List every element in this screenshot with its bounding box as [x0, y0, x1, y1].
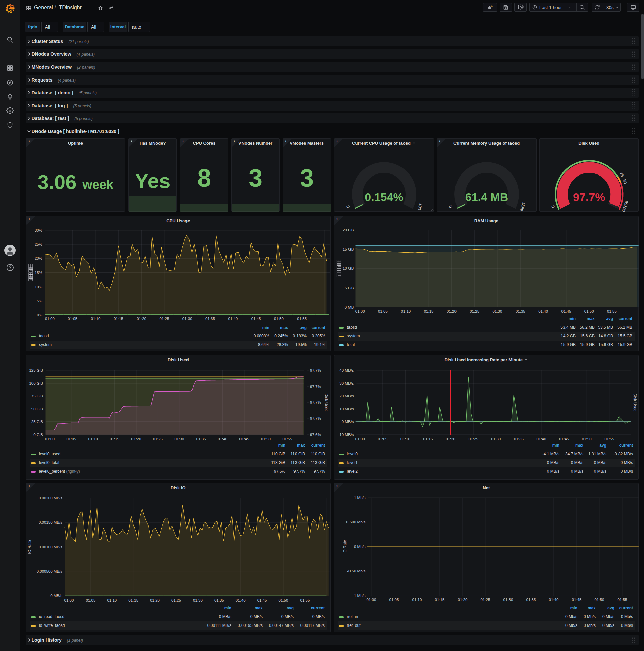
svg-text:01:05: 01:05 — [378, 309, 388, 313]
svg-text:01:55: 01:55 — [300, 598, 310, 602]
svg-text:97.7%: 97.7% — [310, 416, 321, 421]
svg-text:IO Rate: IO Rate — [28, 540, 32, 554]
svg-text:97.7%: 97.7% — [310, 368, 321, 372]
svg-text:25 GiB: 25 GiB — [31, 420, 43, 424]
svg-text:01:50: 01:50 — [261, 437, 271, 441]
svg-text:01:00: 01:00 — [45, 437, 55, 441]
svg-text:01:30: 01:30 — [174, 437, 184, 441]
svg-text:100: 100 — [416, 203, 423, 211]
svg-text:01:00: 01:00 — [366, 598, 376, 602]
svg-text:0.00100 MB/s: 0.00100 MB/s — [39, 545, 62, 549]
svg-text:01:40: 01:40 — [536, 437, 546, 441]
svg-text:0 GiB: 0 GiB — [33, 433, 43, 437]
svg-text:-10 MB/s: -10 MB/s — [338, 433, 354, 437]
svg-text:01:15: 01:15 — [424, 309, 433, 313]
svg-text:15%: 15% — [35, 271, 42, 275]
svg-text:01:45: 01:45 — [257, 598, 267, 602]
svg-text:01:50: 01:50 — [274, 317, 284, 321]
svg-text:0: 0 — [448, 205, 453, 208]
svg-text:01:30: 01:30 — [492, 309, 502, 313]
svg-text:1589: 1589 — [519, 202, 526, 212]
svg-text:01:55: 01:55 — [607, 309, 617, 313]
svg-text:0: 0 — [550, 205, 556, 208]
svg-text:10 MB/s: 10 MB/s — [340, 407, 354, 411]
svg-text:100: 100 — [620, 204, 627, 212]
svg-text:0.000500 MB/s: 0.000500 MB/s — [37, 569, 63, 574]
svg-text:5%: 5% — [37, 299, 42, 303]
svg-text:0.154%: 0.154% — [364, 191, 403, 204]
svg-text:01:00: 01:00 — [355, 309, 364, 313]
svg-text:0.00200 MB/s: 0.00200 MB/s — [39, 496, 62, 500]
svg-text:01:35: 01:35 — [214, 598, 224, 602]
svg-text:61.4 MB: 61.4 MB — [465, 191, 508, 204]
svg-text:01:35: 01:35 — [526, 598, 536, 602]
svg-text:01:40: 01:40 — [538, 309, 548, 313]
svg-text:01:00: 01:00 — [64, 598, 74, 602]
svg-text:30%: 30% — [35, 228, 42, 232]
svg-text:01:10: 01:10 — [88, 437, 98, 441]
svg-text:01:40: 01:40 — [549, 598, 558, 602]
svg-text:01:35: 01:35 — [515, 309, 525, 313]
svg-text:01:20: 01:20 — [446, 437, 455, 441]
svg-text:75: 75 — [618, 171, 624, 178]
svg-text:15 GB: 15 GB — [343, 247, 354, 251]
svg-text:01:25: 01:25 — [160, 317, 169, 321]
svg-text:IO Rate: IO Rate — [343, 539, 348, 554]
svg-text:01:55: 01:55 — [282, 437, 292, 441]
svg-text:0 MB/s: 0 MB/s — [50, 594, 62, 598]
svg-text:97.6%: 97.6% — [310, 433, 321, 437]
svg-text:Disk Used: Disk Used — [632, 393, 637, 412]
svg-text:01:50: 01:50 — [594, 598, 604, 602]
svg-text:01:15: 01:15 — [435, 598, 444, 602]
svg-text:75 GiB: 75 GiB — [31, 394, 43, 398]
svg-text:01:15: 01:15 — [423, 437, 433, 441]
svg-text:80: 80 — [621, 179, 627, 185]
svg-text:01:10: 01:10 — [401, 309, 411, 313]
svg-text:01:00: 01:00 — [355, 437, 364, 441]
svg-text:01:05: 01:05 — [68, 317, 77, 321]
svg-text:0 Mb/s: 0 Mb/s — [354, 545, 365, 549]
svg-text:01:55: 01:55 — [604, 437, 614, 441]
svg-text:01:15: 01:15 — [114, 317, 123, 321]
svg-text:01:25: 01:25 — [468, 437, 478, 441]
svg-text:01:20: 01:20 — [150, 598, 160, 602]
svg-text:01:30: 01:30 — [491, 437, 501, 441]
svg-text:40 MB/s: 40 MB/s — [340, 368, 354, 372]
svg-text:01:05: 01:05 — [389, 598, 399, 602]
svg-text:01:50: 01:50 — [584, 309, 594, 313]
svg-text:0: 0 — [346, 205, 351, 208]
svg-text:01:25: 01:25 — [470, 309, 479, 313]
svg-text:01:20: 01:20 — [457, 598, 467, 602]
svg-text:10%: 10% — [35, 285, 42, 289]
svg-text:01:10: 01:10 — [91, 317, 101, 321]
svg-text:50 GiB: 50 GiB — [31, 407, 43, 411]
svg-text:20 MB/s: 20 MB/s — [340, 394, 354, 398]
svg-text:25%: 25% — [35, 242, 42, 246]
svg-text:Disk Used: Disk Used — [324, 393, 329, 412]
svg-text:01:50: 01:50 — [279, 598, 288, 602]
svg-text:1 Mb/s: 1 Mb/s — [354, 496, 365, 500]
svg-text:01:30: 01:30 — [183, 317, 192, 321]
svg-text:97.7%: 97.7% — [573, 191, 605, 204]
svg-text:01:40: 01:40 — [228, 317, 238, 321]
svg-text:01:40: 01:40 — [236, 598, 246, 602]
svg-text:0 MB: 0 MB — [345, 305, 354, 309]
svg-text:01:30: 01:30 — [193, 598, 202, 602]
svg-text:-0.50 Mb/s: -0.50 Mb/s — [347, 569, 365, 573]
svg-text:0%: 0% — [37, 313, 42, 317]
svg-text:01:50: 01:50 — [582, 437, 591, 441]
svg-text:01:40: 01:40 — [218, 437, 227, 441]
svg-text:01:10: 01:10 — [400, 437, 410, 441]
svg-text:01:25: 01:25 — [480, 598, 490, 602]
svg-text:01:45: 01:45 — [559, 437, 569, 441]
svg-text:01:00: 01:00 — [45, 317, 55, 321]
svg-text:01:20: 01:20 — [131, 437, 141, 441]
svg-text:97.7%: 97.7% — [310, 400, 321, 404]
svg-text:125 GiB: 125 GiB — [29, 368, 43, 372]
svg-text:0 MB/s: 0 MB/s — [342, 420, 354, 424]
svg-text:01:35: 01:35 — [205, 317, 215, 321]
svg-text:30 MB/s: 30 MB/s — [340, 381, 354, 385]
svg-text:01:30: 01:30 — [503, 598, 513, 602]
svg-text:01:10: 01:10 — [412, 598, 422, 602]
svg-text:01:55: 01:55 — [617, 598, 627, 602]
